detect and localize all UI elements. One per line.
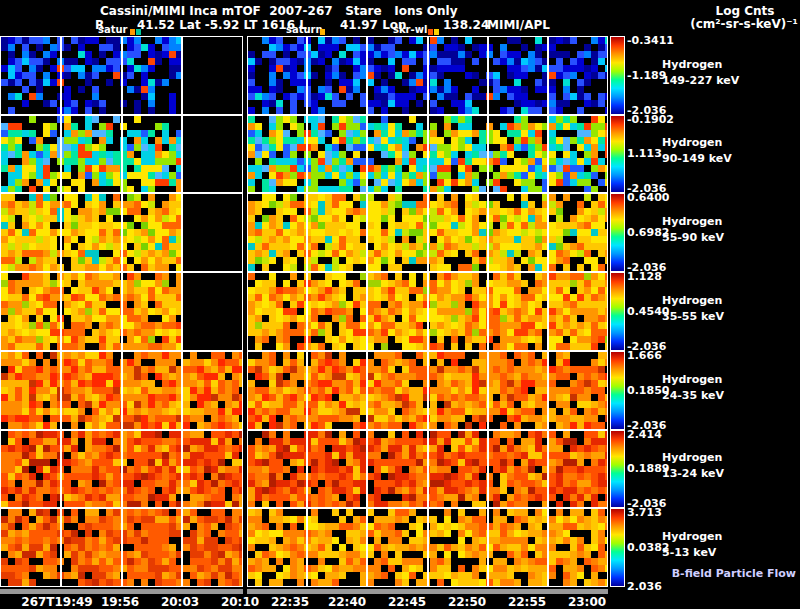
colorbar bbox=[610, 351, 625, 430]
colorbar-max-label: 3.713 bbox=[627, 506, 662, 519]
heatmap-panel-block bbox=[247, 508, 608, 587]
colorbar bbox=[610, 193, 625, 272]
ephemeris-lat-lt-l: 41.52 Lat -5.92 LT 1616 L bbox=[137, 18, 307, 32]
annotation-tick bbox=[136, 29, 141, 35]
colorbar bbox=[610, 508, 625, 587]
colorbar bbox=[610, 430, 625, 508]
bfield-flow-label: B-field Particle Flow bbox=[640, 566, 796, 581]
heatmap-panel-block bbox=[0, 193, 243, 272]
energy-band-label: 35-55 keV bbox=[662, 309, 724, 324]
colorbar-mid-label: 0.0382 bbox=[627, 541, 669, 554]
colorbar-mid-label: 1.113 bbox=[627, 147, 662, 160]
colorbar-max-label: 2.414 bbox=[627, 428, 662, 441]
energy-band-label: 5-13 keV bbox=[662, 545, 716, 560]
energy-band-label: 90-149 keV bbox=[662, 151, 732, 166]
species-label: Hydrogen bbox=[662, 214, 722, 229]
colorbar bbox=[610, 272, 625, 351]
heatmap-panel-block bbox=[247, 351, 608, 430]
colorbar bbox=[610, 36, 625, 115]
colorbar-title: Log Cnts bbox=[695, 4, 795, 18]
colorbar-mid-label: 0.1850 bbox=[627, 384, 669, 397]
colorbar-max-label: 1.128 bbox=[627, 270, 662, 283]
energy-band-label: 24-35 keV bbox=[662, 388, 724, 403]
heatmap-panel-block bbox=[0, 272, 243, 351]
colorbar-max-label: 1.666 bbox=[627, 349, 662, 362]
time-tick-label: 23:00 bbox=[545, 595, 629, 609]
species-label: Hydrogen bbox=[662, 135, 722, 150]
org-label: MIMI/APL bbox=[487, 18, 550, 32]
heatmap-panel-block bbox=[0, 351, 243, 430]
colorbar-max-label: -0.1902 bbox=[627, 113, 674, 126]
species-label: Hydrogen bbox=[662, 372, 722, 387]
colorbar bbox=[610, 115, 625, 193]
colorbar-units: (cm²-sr-s-keV)⁻¹ bbox=[688, 17, 800, 31]
colorbar-mid-label: -1.189 bbox=[627, 69, 666, 82]
page-title: Cassini/MIMI Inca mTOF 2007-267 Stare Io… bbox=[100, 4, 457, 18]
event-annotation: saturn bbox=[286, 24, 323, 35]
colorbar-max-label: 0.6400 bbox=[627, 191, 669, 204]
species-label: Hydrogen bbox=[662, 450, 722, 465]
energy-band-label: 13-24 keV bbox=[662, 466, 724, 481]
event-annotation: satur bbox=[98, 24, 128, 35]
scan-progress-bar bbox=[247, 589, 608, 594]
ephemeris-value: 138.24 bbox=[443, 18, 489, 32]
heatmap-panel-block bbox=[247, 272, 608, 351]
heatmap-panel-block bbox=[247, 115, 608, 193]
heatmap-panel-block bbox=[247, 193, 608, 272]
heatmap-panel-block bbox=[0, 36, 243, 115]
heatmap-panel-block bbox=[247, 430, 608, 508]
colorbar-mid-label: 0.1889 bbox=[627, 462, 669, 475]
heatmap-panel-block bbox=[0, 508, 243, 587]
annotation-tick bbox=[434, 29, 439, 35]
heatmap-panel-block bbox=[0, 115, 243, 193]
scan-progress-bar bbox=[0, 589, 243, 594]
colorbar-mid-label: 0.4540 bbox=[627, 305, 669, 318]
annotation-tick bbox=[320, 29, 325, 35]
species-label: Hydrogen bbox=[662, 529, 722, 544]
colorbar-min-label: 2.036 bbox=[627, 580, 662, 593]
colorbar-mid-label: 0.6982 bbox=[627, 226, 669, 239]
heatmap-panel-block bbox=[247, 36, 608, 115]
cassini-mimi-display: Cassini/MIMI Inca mTOF 2007-267 Stare Io… bbox=[0, 0, 800, 609]
annotation-tick bbox=[428, 29, 433, 35]
species-label: Hydrogen bbox=[662, 293, 722, 308]
energy-band-label: 55-90 keV bbox=[662, 230, 724, 245]
event-annotation: skr-wl bbox=[393, 24, 427, 35]
heatmap-panel-block bbox=[0, 430, 243, 508]
energy-band-label: 149-227 keV bbox=[662, 73, 739, 88]
annotation-tick bbox=[130, 29, 135, 35]
colorbar-max-label: -0.3411 bbox=[627, 34, 674, 47]
species-label: Hydrogen bbox=[662, 57, 722, 72]
